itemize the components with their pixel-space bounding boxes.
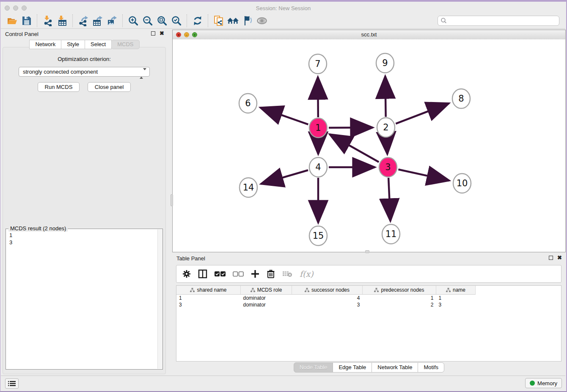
node-6[interactable]: 6 xyxy=(239,94,257,113)
edge-1-6[interactable] xyxy=(260,108,308,124)
cell[interactable]: 1 xyxy=(436,295,476,302)
close-panel-button[interactable]: Close panel xyxy=(88,82,131,92)
edge-1-2[interactable] xyxy=(329,127,373,128)
function-builder-icon[interactable]: f(x) xyxy=(300,269,314,279)
node-9[interactable]: 9 xyxy=(376,53,394,73)
tab-style[interactable]: Style xyxy=(61,40,85,49)
svg-text:10: 10 xyxy=(457,178,468,188)
svg-text:7: 7 xyxy=(315,59,320,69)
svg-text:15: 15 xyxy=(313,231,324,241)
tab-select[interactable]: Select xyxy=(85,40,112,49)
cell[interactable]: 1 xyxy=(363,295,436,302)
edge-3-11[interactable] xyxy=(388,178,391,221)
node-15[interactable]: 15 xyxy=(309,226,327,246)
delete-row-icon[interactable] xyxy=(267,269,275,279)
table-row[interactable]: 3dominator323 xyxy=(176,301,476,308)
export-image-icon[interactable] xyxy=(105,14,119,27)
cell[interactable]: 3 xyxy=(292,301,363,308)
svg-text:9: 9 xyxy=(382,58,388,68)
network-window-titlebar[interactable]: ✕ − + scc.txt xyxy=(173,30,565,40)
cell[interactable]: dominator xyxy=(241,301,292,308)
tab-edge-table[interactable]: Edge Table xyxy=(333,362,372,373)
node-7[interactable]: 7 xyxy=(309,54,327,74)
memory-button[interactable]: Memory xyxy=(525,378,562,388)
cell[interactable]: 4 xyxy=(292,295,363,302)
close-panel-icon[interactable]: ✖ xyxy=(160,31,164,36)
cell[interactable]: 3 xyxy=(176,301,241,308)
zoom-selected-icon[interactable] xyxy=(169,14,184,27)
apply-layout-icon[interactable] xyxy=(190,14,205,27)
tab-motifs[interactable]: Motifs xyxy=(418,362,444,373)
edge-4-14[interactable] xyxy=(261,170,308,184)
column-header-predecessor-nodes[interactable]: predecessor nodes xyxy=(363,286,436,295)
column-header-MCDS-role[interactable]: MCDS role xyxy=(241,286,292,295)
float-table-panel-icon[interactable] xyxy=(549,256,553,260)
column-header-name[interactable]: name xyxy=(436,286,476,295)
add-row-icon[interactable] xyxy=(251,270,259,278)
edge-2-8[interactable] xyxy=(396,103,449,124)
edge-2-9[interactable] xyxy=(385,76,385,117)
node-1[interactable]: 1 xyxy=(309,118,327,138)
tab-network[interactable]: Network xyxy=(29,40,61,49)
cell[interactable]: 2 xyxy=(363,301,436,308)
node-10[interactable]: 10 xyxy=(453,174,471,193)
float-panel-icon[interactable] xyxy=(151,31,155,36)
horizontal-splitter-grip[interactable] xyxy=(365,250,369,253)
zoom-fit-icon[interactable] xyxy=(155,14,169,27)
network-canvas[interactable]: 7968124314101511 xyxy=(173,39,565,252)
tab-network-table[interactable]: Network Table xyxy=(372,362,418,373)
network-graph[interactable]: 7968124314101511 xyxy=(173,39,565,252)
save-session-icon[interactable] xyxy=(19,14,34,27)
result-scrollbar[interactable] xyxy=(157,229,162,369)
run-mcds-button[interactable]: Run MCDS xyxy=(38,82,80,92)
toolbar-separator xyxy=(37,14,38,27)
mcds-result-list[interactable]: 13 xyxy=(6,229,162,248)
node-table[interactable]: shared nameMCDS rolesuccessor nodesprede… xyxy=(176,285,561,362)
column-header-shared-name[interactable]: shared name xyxy=(176,286,241,295)
edge-3-1[interactable] xyxy=(330,134,379,162)
show-all-icon[interactable] xyxy=(255,14,269,27)
export-table-icon[interactable] xyxy=(91,14,105,27)
select-all-checkboxes-icon[interactable] xyxy=(215,271,226,277)
app-window: Session: New Session xyxy=(0,0,567,392)
table-row[interactable]: 1dominator411 xyxy=(176,295,476,302)
list-icon xyxy=(8,381,16,386)
node-11[interactable]: 11 xyxy=(382,224,400,244)
cell[interactable]: 3 xyxy=(436,301,476,308)
svg-text:11: 11 xyxy=(385,229,397,239)
column-header-successor-nodes[interactable]: successor nodes xyxy=(292,286,363,295)
node-14[interactable]: 14 xyxy=(239,178,257,197)
edge-3-10[interactable] xyxy=(398,169,449,180)
edge-1-7[interactable] xyxy=(318,77,318,117)
delete-table-icon[interactable] xyxy=(282,271,292,277)
svg-text:6: 6 xyxy=(245,98,250,108)
open-session-icon[interactable] xyxy=(5,14,19,27)
clone-network-icon[interactable] xyxy=(212,14,226,27)
import-table-icon[interactable] xyxy=(55,14,69,27)
cell[interactable]: dominator xyxy=(241,295,292,302)
import-network-icon[interactable] xyxy=(41,14,55,27)
gear-icon[interactable] xyxy=(182,270,191,278)
node-8[interactable]: 8 xyxy=(452,89,470,108)
tab-mcds[interactable]: MCDS xyxy=(111,40,139,49)
edge-2-3[interactable] xyxy=(386,138,387,154)
show-columns-icon[interactable] xyxy=(198,269,207,279)
first-neighbors-icon[interactable] xyxy=(226,14,240,27)
zoom-in-icon[interactable] xyxy=(126,14,140,27)
search-input[interactable] xyxy=(447,17,559,24)
vertical-splitter-grip[interactable] xyxy=(171,194,173,206)
svg-text:1: 1 xyxy=(315,123,321,133)
search-field[interactable] xyxy=(438,16,559,26)
close-table-panel-icon[interactable]: ✖ xyxy=(557,256,562,260)
zoom-out-icon[interactable] xyxy=(140,14,155,27)
node-3[interactable]: 3 xyxy=(379,157,397,177)
export-network-icon[interactable] xyxy=(76,14,91,27)
node-2[interactable]: 2 xyxy=(377,118,395,137)
node-4[interactable]: 4 xyxy=(309,157,327,177)
deselect-all-checkboxes-icon[interactable] xyxy=(233,271,244,277)
optimization-criterion-select[interactable]: strongly connected component xyxy=(19,67,150,77)
cell[interactable]: 1 xyxy=(176,295,241,302)
tab-node-table[interactable]: Node Table xyxy=(294,362,333,373)
hide-selected-icon[interactable] xyxy=(240,14,255,27)
task-history-button[interactable] xyxy=(5,378,19,389)
